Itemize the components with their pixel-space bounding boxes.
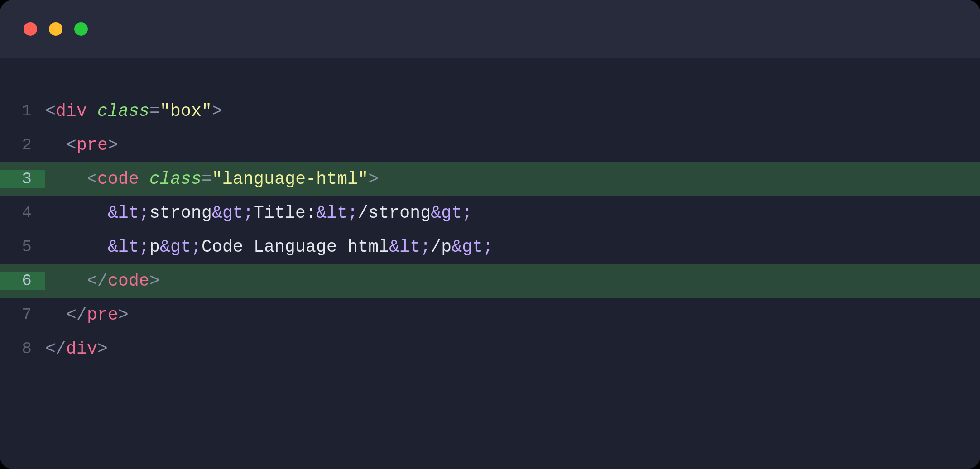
token-tag: pre — [77, 135, 108, 155]
line-number: 3 — [0, 170, 45, 188]
token-punc: < — [45, 101, 56, 121]
token-punc: > — [368, 169, 379, 189]
token-punc: > — [118, 305, 129, 325]
code-content[interactable]: </div> — [45, 339, 980, 359]
token-ent: &lt; — [108, 203, 149, 223]
token-ent: &gt; — [431, 203, 472, 223]
code-line[interactable]: 7 </pre> — [0, 298, 980, 332]
code-content[interactable]: </pre> — [45, 305, 980, 325]
code-editor[interactable]: 1<div class="box">2 <pre>3 <code class="… — [0, 58, 980, 469]
token-txt — [45, 305, 66, 325]
token-punc: </ — [45, 339, 66, 359]
token-punc: > — [149, 271, 160, 291]
token-punc: </ — [66, 305, 87, 325]
token-tag: div — [56, 101, 87, 121]
zoom-icon[interactable] — [74, 22, 88, 36]
minimize-icon[interactable] — [49, 22, 62, 36]
line-number: 1 — [0, 102, 45, 120]
token-txt: /p — [431, 237, 452, 257]
code-content[interactable]: <div class="box"> — [45, 101, 980, 121]
token-attr: class — [149, 169, 202, 189]
token-str: "box" — [160, 101, 212, 121]
token-txt — [87, 101, 97, 121]
token-ent: &gt; — [452, 237, 493, 257]
line-number: 2 — [0, 136, 45, 154]
code-line[interactable]: 6 </code> — [0, 264, 980, 298]
code-content[interactable]: &lt;p&gt;Code Language html&lt;/p&gt; — [45, 237, 980, 257]
token-txt: p — [149, 237, 160, 257]
code-content[interactable]: <code class="language-html"> — [45, 169, 980, 189]
line-number: 7 — [0, 306, 45, 324]
token-txt — [45, 271, 87, 291]
token-punc: = — [149, 101, 160, 121]
code-line[interactable]: 2 <pre> — [0, 128, 980, 162]
token-tag: div — [66, 339, 97, 359]
code-line[interactable]: 3 <code class="language-html"> — [0, 162, 980, 196]
token-txt: Title: — [254, 203, 316, 223]
code-content[interactable]: <pre> — [45, 135, 980, 155]
token-ent: &lt; — [108, 237, 149, 257]
token-punc: > — [97, 339, 108, 359]
token-ent: &lt; — [316, 203, 358, 223]
token-ent: &lt; — [389, 237, 431, 257]
close-icon[interactable] — [24, 22, 37, 36]
editor-window: 1<div class="box">2 <pre>3 <code class="… — [0, 0, 980, 469]
token-str: "language-html" — [212, 169, 368, 189]
token-punc: > — [212, 101, 222, 121]
titlebar — [0, 0, 980, 58]
code-line[interactable]: 8</div> — [0, 332, 980, 366]
token-txt — [45, 135, 66, 155]
code-line[interactable]: 1<div class="box"> — [0, 94, 980, 128]
token-tag: pre — [87, 305, 118, 325]
token-punc: < — [66, 135, 77, 155]
line-number: 5 — [0, 238, 45, 256]
token-punc: < — [87, 169, 97, 189]
line-number: 4 — [0, 204, 45, 222]
line-number: 6 — [0, 272, 45, 290]
token-ent: &gt; — [160, 237, 202, 257]
token-tag: code — [108, 271, 149, 291]
token-txt — [139, 169, 149, 189]
token-punc: </ — [87, 271, 108, 291]
token-txt: /strong — [358, 203, 431, 223]
token-ent: &gt; — [212, 203, 254, 223]
token-punc: = — [202, 169, 212, 189]
token-tag: code — [97, 169, 139, 189]
line-number: 8 — [0, 340, 45, 358]
token-txt — [45, 203, 108, 223]
token-txt: strong — [149, 203, 212, 223]
token-txt: Code Language html — [202, 237, 389, 257]
code-content[interactable]: &lt;strong&gt;Title:&lt;/strong&gt; — [45, 203, 980, 223]
code-line[interactable]: 4 &lt;strong&gt;Title:&lt;/strong&gt; — [0, 196, 980, 230]
code-content[interactable]: </code> — [45, 271, 980, 291]
token-txt — [45, 237, 108, 257]
token-txt — [45, 169, 87, 189]
token-attr: class — [97, 101, 149, 121]
token-punc: > — [108, 135, 118, 155]
code-line[interactable]: 5 &lt;p&gt;Code Language html&lt;/p&gt; — [0, 230, 980, 264]
